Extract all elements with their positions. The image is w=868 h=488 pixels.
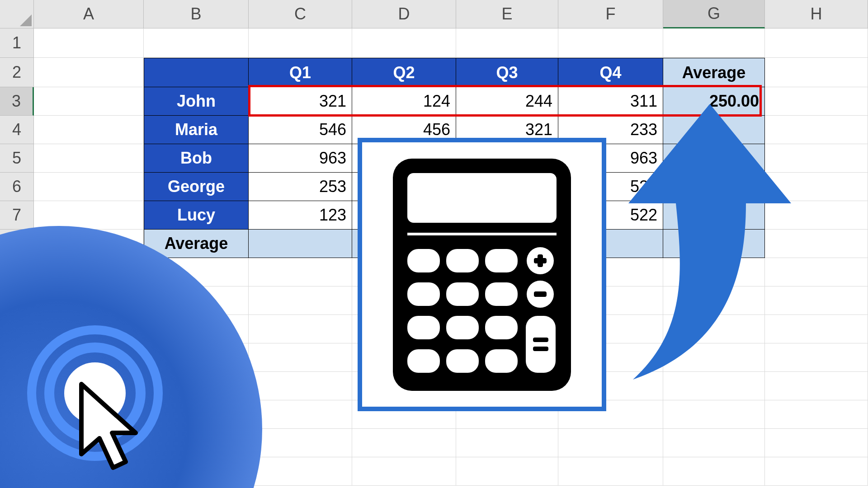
svg-rect-17 <box>526 316 556 373</box>
cell-F16[interactable] <box>558 457 663 486</box>
col-header-C[interactable]: C <box>249 0 352 28</box>
svg-rect-18 <box>533 338 548 342</box>
cell-H2[interactable] <box>765 58 868 87</box>
cell-H16[interactable] <box>765 457 868 486</box>
svg-rect-10 <box>446 282 479 306</box>
row-header-2[interactable]: 2 <box>0 58 34 87</box>
cell-H14[interactable] <box>765 400 868 429</box>
cell-H15[interactable] <box>765 429 868 457</box>
cell-B2[interactable] <box>144 58 249 87</box>
row-header-1[interactable]: 1 <box>0 28 34 58</box>
row-header-3[interactable]: 3 <box>0 87 34 116</box>
cell-A5[interactable] <box>34 144 144 173</box>
cell-C13[interactable] <box>249 372 352 400</box>
svg-rect-1 <box>407 173 557 223</box>
calculator-icon <box>389 155 575 394</box>
svg-rect-11 <box>485 282 518 306</box>
cell-E15[interactable] <box>456 429 558 457</box>
svg-rect-13 <box>534 291 547 297</box>
cell-C11[interactable] <box>249 315 352 343</box>
cell-G2[interactable]: Average <box>663 58 765 87</box>
cell-D2[interactable]: Q2 <box>352 58 456 87</box>
col-header-A[interactable]: A <box>34 0 144 28</box>
col-header-F[interactable]: F <box>558 0 663 28</box>
svg-rect-5 <box>485 249 518 272</box>
cell-E3[interactable]: 244 <box>456 87 558 116</box>
row-header-5[interactable]: 5 <box>0 144 34 173</box>
cell-A1[interactable] <box>34 28 144 58</box>
cell-B3[interactable]: John <box>144 87 249 116</box>
cell-C10[interactable] <box>249 286 352 315</box>
cell-D15[interactable] <box>352 429 456 457</box>
cell-C4[interactable]: 546 <box>249 116 352 144</box>
cell-C6[interactable]: 253 <box>249 173 352 201</box>
row-header-6[interactable]: 6 <box>0 173 34 201</box>
cell-C3[interactable]: 321 <box>249 87 352 116</box>
cell-D1[interactable] <box>352 28 456 58</box>
cell-G15[interactable] <box>663 429 765 457</box>
cell-C14[interactable] <box>249 400 352 429</box>
cell-C7[interactable]: 123 <box>249 201 352 230</box>
arrow-icon <box>606 104 791 384</box>
cell-E2[interactable]: Q3 <box>456 58 558 87</box>
col-header-H[interactable]: H <box>765 0 868 28</box>
cell-B7[interactable]: Lucy <box>144 201 249 230</box>
svg-rect-3 <box>407 249 440 272</box>
col-header-G[interactable]: G <box>663 0 765 28</box>
cell-D16[interactable] <box>352 457 456 486</box>
cell-F1[interactable] <box>558 28 663 58</box>
svg-rect-19 <box>533 347 548 351</box>
select-all-corner[interactable] <box>0 0 34 28</box>
cell-C2[interactable]: Q1 <box>249 58 352 87</box>
svg-rect-15 <box>446 316 479 339</box>
cell-C15[interactable] <box>249 429 352 457</box>
row-header-4[interactable]: 4 <box>0 116 34 144</box>
svg-rect-16 <box>485 316 518 339</box>
cell-C1[interactable] <box>249 28 352 58</box>
col-header-D[interactable]: D <box>352 0 456 28</box>
cell-G14[interactable] <box>663 400 765 429</box>
cell-A2[interactable] <box>34 58 144 87</box>
cell-C5[interactable]: 963 <box>249 144 352 173</box>
cursor-icon <box>77 380 154 474</box>
svg-rect-8 <box>538 254 543 267</box>
cell-F2[interactable]: Q4 <box>558 58 663 87</box>
svg-rect-9 <box>407 282 440 306</box>
cell-B4[interactable]: Maria <box>144 116 249 144</box>
cell-C9[interactable] <box>249 258 352 286</box>
svg-rect-14 <box>407 316 440 339</box>
cell-F15[interactable] <box>558 429 663 457</box>
cell-A7[interactable] <box>34 201 144 230</box>
cell-A4[interactable] <box>34 116 144 144</box>
svg-rect-2 <box>407 233 557 235</box>
cell-E1[interactable] <box>456 28 558 58</box>
cell-B5[interactable]: Bob <box>144 144 249 173</box>
cell-C12[interactable] <box>249 343 352 372</box>
cell-C8[interactable] <box>249 230 352 258</box>
cell-A3[interactable] <box>34 87 144 116</box>
svg-rect-20 <box>407 349 440 373</box>
svg-rect-22 <box>485 349 518 373</box>
cell-D3[interactable]: 124 <box>352 87 456 116</box>
cell-G1[interactable] <box>663 28 765 58</box>
cell-C16[interactable] <box>249 457 352 486</box>
cell-H1[interactable] <box>765 28 868 58</box>
cell-E16[interactable] <box>456 457 558 486</box>
row-header-7[interactable]: 7 <box>0 201 34 230</box>
svg-rect-4 <box>446 249 479 272</box>
cell-G16[interactable] <box>663 457 765 486</box>
cell-B1[interactable] <box>144 28 249 58</box>
col-header-B[interactable]: B <box>144 0 249 28</box>
cell-B6[interactable]: George <box>144 173 249 201</box>
svg-rect-21 <box>446 349 479 373</box>
calculator-overlay <box>358 138 606 411</box>
cell-A6[interactable] <box>34 173 144 201</box>
col-header-E[interactable]: E <box>456 0 558 28</box>
